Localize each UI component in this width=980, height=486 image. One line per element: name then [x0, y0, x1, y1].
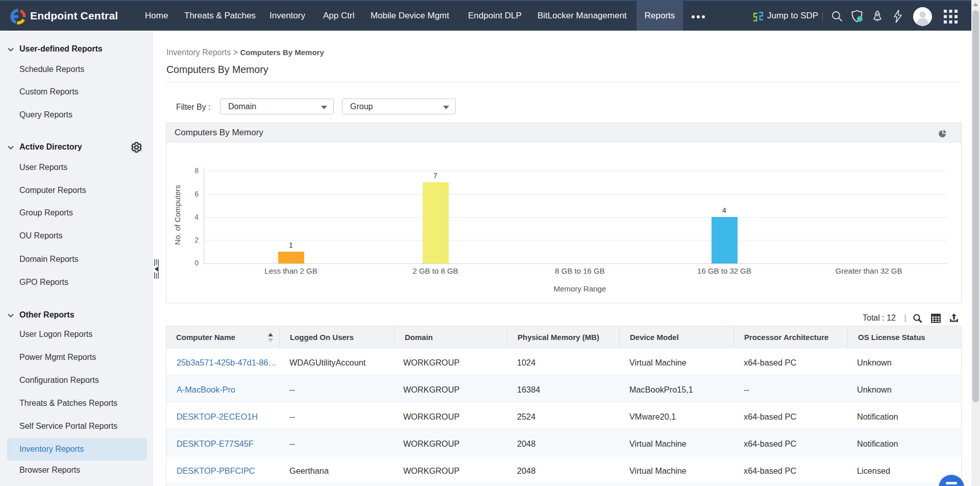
svg-text:2: 2: [194, 236, 199, 244]
svg-text:No. of Computers: No. of Computers: [173, 185, 182, 245]
svg-text:1: 1: [289, 241, 293, 249]
svg-text:6: 6: [194, 190, 199, 198]
svg-text:2 GB to 8 GB: 2 GB to 8 GB: [412, 266, 458, 275]
svg-text:Memory Range: Memory Range: [554, 284, 606, 293]
svg-text:0: 0: [194, 259, 199, 267]
svg-text:16 GB to 32 GB: 16 GB to 32 GB: [697, 266, 751, 275]
svg-text:Less than 2 GB: Less than 2 GB: [264, 266, 317, 275]
svg-text:4: 4: [722, 206, 726, 214]
svg-text:8 GB to 16 GB: 8 GB to 16 GB: [555, 266, 605, 275]
svg-text:Greater than 32 GB: Greater than 32 GB: [836, 266, 902, 275]
svg-text:4: 4: [194, 213, 199, 221]
svg-text:7: 7: [433, 172, 437, 180]
svg-text:8: 8: [194, 166, 199, 175]
